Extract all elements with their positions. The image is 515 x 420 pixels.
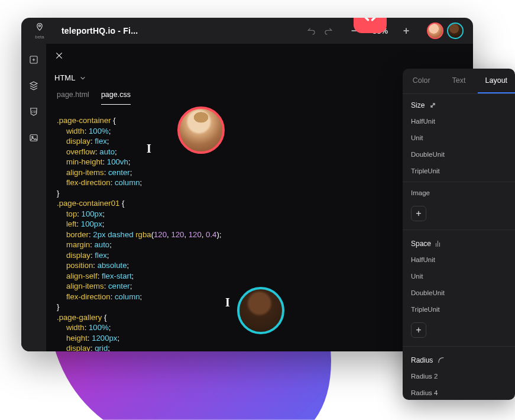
- redo-icon[interactable]: [324, 26, 333, 35]
- size-token[interactable]: Unit: [403, 130, 515, 146]
- add-space-button[interactable]: +: [411, 322, 426, 338]
- image-button[interactable]: [27, 131, 40, 144]
- space-token[interactable]: DoubleUnit: [403, 285, 515, 301]
- layers-button[interactable]: [27, 79, 40, 92]
- svg-rect-3: [30, 135, 37, 141]
- zoom-in-button[interactable]: +: [402, 25, 410, 37]
- collaborator-bubble-avatar: [237, 287, 284, 334]
- radius-label: Radius: [411, 356, 433, 364]
- editor-header: [46, 44, 473, 67]
- space-token[interactable]: HalfUnit: [403, 251, 515, 268]
- panel-tab[interactable]: Color: [403, 69, 440, 93]
- radius-section-header[interactable]: Radius: [403, 349, 515, 368]
- panel-tab[interactable]: Text: [440, 69, 477, 93]
- size-token[interactable]: TripleUnit: [403, 163, 515, 179]
- radius-token[interactable]: Radius 2: [403, 368, 515, 385]
- code-badge: [354, 18, 387, 33]
- chevron-down-icon: [80, 75, 86, 81]
- history-controls: [306, 26, 333, 35]
- collaborator-cursor-icon: I: [147, 142, 151, 156]
- code-icon: [362, 18, 378, 25]
- add-size-button[interactable]: +: [411, 206, 426, 221]
- svg-point-0: [39, 25, 41, 27]
- topbar: beta teleportHQ.io - Fi... − 38% +: [21, 18, 473, 44]
- logo[interactable]: beta: [31, 22, 48, 40]
- radius-token[interactable]: Radius 4: [403, 385, 515, 400]
- space-label: Space: [411, 240, 431, 248]
- panel-tabs: ColorTextLayout: [403, 69, 515, 94]
- size-token[interactable]: HalfUnit: [403, 113, 515, 130]
- svg-text:CSS: CSS: [31, 111, 37, 114]
- collaborator-cursor-icon: I: [225, 296, 230, 309]
- css-button[interactable]: CSS: [27, 105, 40, 118]
- file-tab[interactable]: page.html: [57, 91, 89, 105]
- logo-icon: [34, 22, 46, 34]
- panel-tab[interactable]: Layout: [478, 69, 515, 93]
- expand-icon: [429, 102, 436, 109]
- title: teleportHQ.io - Fi...: [61, 26, 306, 35]
- logo-beta-label: beta: [35, 34, 44, 40]
- space-token[interactable]: TripleUnit: [403, 301, 515, 318]
- undo-icon[interactable]: [306, 26, 316, 35]
- size-label: Size: [411, 101, 425, 109]
- space-icon: [436, 241, 440, 247]
- image-item[interactable]: Image: [403, 185, 515, 201]
- size-token[interactable]: DoubleUnit: [403, 146, 515, 163]
- properties-panel: ColorTextLayout Size HalfUnitUnitDoubleU…: [403, 69, 515, 400]
- left-toolbar: CSS: [21, 44, 46, 351]
- format-label: HTML: [54, 73, 75, 82]
- collaborator-avatars: [427, 22, 464, 39]
- collaborator-bubble-avatar: [177, 106, 225, 154]
- close-icon[interactable]: [54, 51, 64, 60]
- file-tab[interactable]: page.css: [101, 91, 131, 105]
- avatar[interactable]: [447, 22, 464, 39]
- add-button[interactable]: [27, 53, 40, 66]
- radius-icon: [438, 357, 445, 364]
- avatar[interactable]: [427, 22, 443, 39]
- space-section-header[interactable]: Space: [403, 232, 515, 251]
- size-section-header[interactable]: Size: [403, 94, 515, 113]
- space-token[interactable]: Unit: [403, 268, 515, 285]
